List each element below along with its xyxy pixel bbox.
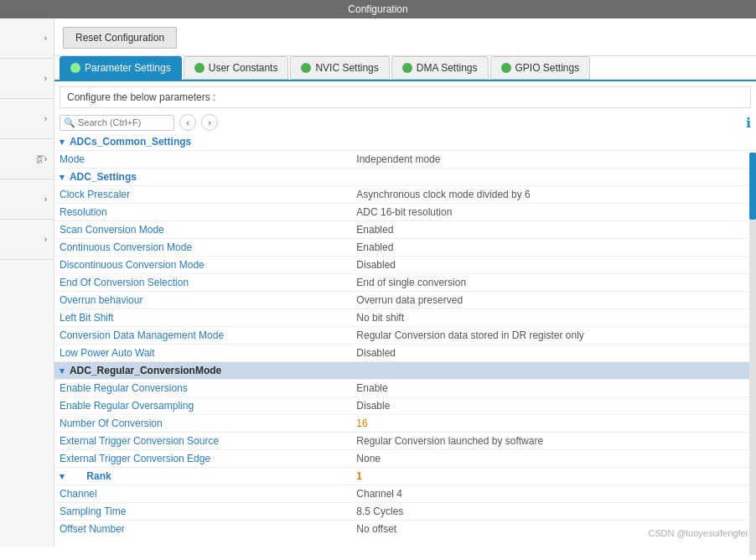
search-box[interactable]: 🔍 [60, 115, 174, 131]
table-row: External Trigger Conversion Source Regul… [54, 433, 756, 450]
tab-icon [402, 63, 412, 73]
tab-label: NVIC Settings [315, 62, 378, 74]
sidebar-item-6[interactable]: › [0, 220, 54, 260]
tab-icon [194, 63, 205, 73]
table-row: Mode Independent mode [54, 151, 756, 169]
param-value: Asynchronous clock mode divided by 6 [351, 186, 756, 204]
rank-value: 1 [351, 468, 756, 485]
scrollbar[interactable] [749, 153, 756, 555]
collapse-icon[interactable]: ▾ [60, 172, 65, 182]
param-name: Low Power Auto Wait [54, 345, 351, 362]
param-value: Regular Conversion data stored in DR reg… [351, 327, 756, 345]
param-value: 8.5 Cycles [351, 503, 756, 521]
params-table: ▾ ADCs_Common_Settings Mode Independent … [54, 133, 756, 536]
collapse-icon[interactable]: ▾ [60, 137, 65, 147]
sidebar-item-5[interactable]: › [0, 179, 54, 220]
param-name: Left Bit Shift [54, 309, 351, 327]
param-name: External Trigger Conversion Edge [54, 450, 351, 468]
chevron-right-icon: › [44, 235, 47, 244]
param-name: Enable Regular Conversions [54, 380, 351, 397]
section-adc-settings[interactable]: ▾ ADC_Settings [54, 169, 756, 186]
param-name: Continuous Conversion Mode [54, 239, 351, 257]
sidebar-item-1[interactable]: › [0, 18, 54, 59]
sidebar-label: ks [35, 155, 44, 163]
table-row: Overrun behaviour Overrun data preserved [54, 292, 756, 309]
tab-active-icon [70, 63, 80, 73]
param-value: Disable [351, 397, 756, 415]
param-name: Clock Prescaler [54, 186, 351, 204]
table-row: Low Power Auto Wait Disabled [54, 345, 756, 362]
param-name: Enable Regular Oversampling [54, 397, 351, 415]
param-value: Disabled [351, 345, 756, 362]
tab-label: Parameter Settings [85, 62, 171, 74]
table-row: End Of Conversion Selection End of singl… [54, 274, 756, 292]
tab-user-constants[interactable]: User Constants [184, 56, 289, 80]
param-name: Sampling Time [54, 503, 351, 521]
param-name: Number Of Conversion [54, 415, 351, 433]
rank-label: Rank [70, 470, 111, 482]
param-value: Channel 4 [351, 485, 756, 503]
chevron-right-icon: › [44, 114, 47, 123]
param-name: External Trigger Conversion Source [54, 433, 351, 450]
sidebar-item-4[interactable]: ks › [0, 139, 54, 179]
info-icon[interactable]: ℹ [746, 115, 751, 131]
param-name: Discontinuous Conversion Mode [54, 257, 351, 274]
section-label: ADC_Settings [70, 171, 137, 183]
tab-nvic-settings[interactable]: NVIC Settings [290, 56, 389, 80]
title-bar: Configuration [0, 0, 756, 18]
collapse-icon[interactable]: ▾ [60, 471, 65, 481]
table-row: Enable Regular Oversampling Disable [54, 397, 756, 415]
sidebar-item-3[interactable]: › [0, 99, 54, 139]
collapse-icon[interactable]: ▾ [60, 366, 65, 376]
configure-label: Configure the below parameters : [60, 86, 751, 108]
table-row: Conversion Data Management Mode Regular … [54, 327, 756, 345]
table-row: Channel Channel 4 [54, 485, 756, 503]
tab-parameter-settings[interactable]: Parameter Settings [60, 56, 182, 80]
param-value: Disabled [351, 257, 756, 274]
tab-label: User Constants [209, 62, 278, 74]
search-input[interactable] [78, 117, 170, 127]
watermark: CSDN @luoyesuifengfei [648, 528, 748, 538]
param-value: 16 [351, 415, 756, 433]
param-value: ADC 16-bit resolution [351, 204, 756, 221]
tab-dma-settings[interactable]: DMA Settings [391, 56, 489, 80]
param-name: Mode [54, 151, 351, 169]
param-name: Overrun behaviour [54, 292, 351, 309]
section-rank1[interactable]: ▾ Rank 1 [54, 468, 756, 485]
watermark-text: CSDN @luoyesuifengfei [648, 528, 748, 538]
table-row: Enable Regular Conversions Enable [54, 380, 756, 397]
param-name: End Of Conversion Selection [54, 274, 351, 292]
tab-gpio-settings[interactable]: GPIO Settings [490, 56, 591, 80]
param-value: Overrun data preserved [351, 292, 756, 309]
table-row: External Trigger Conversion Edge None [54, 450, 756, 468]
table-row: Number Of Conversion 16 [54, 415, 756, 433]
tab-label: GPIO Settings [515, 62, 580, 74]
param-value: No bit shift [351, 309, 756, 327]
table-row: Scan Conversion Mode Enabled [54, 221, 756, 239]
chevron-right-icon: › [44, 154, 47, 163]
scrollbar-thumb[interactable] [749, 153, 756, 220]
table-row: Resolution ADC 16-bit resolution [54, 204, 756, 221]
param-name: Resolution [54, 204, 351, 221]
param-name: Conversion Data Management Mode [54, 327, 351, 345]
section-adc-regular[interactable]: ▾ ADC_Regular_ConversionMode [54, 362, 756, 380]
sidebar-item-2[interactable]: › [0, 59, 54, 99]
title-text: Configuration [348, 3, 407, 15]
chevron-right-icon: › [44, 74, 47, 83]
table-row: Discontinuous Conversion Mode Disabled [54, 257, 756, 274]
next-nav-button[interactable]: › [201, 114, 218, 131]
param-value: Enabled [351, 221, 756, 239]
chevron-right-icon: › [44, 194, 47, 204]
section-adcs-common[interactable]: ▾ ADCs_Common_Settings [54, 133, 756, 151]
prev-nav-button[interactable]: ‹ [179, 114, 196, 131]
table-row: Sampling Time 8.5 Cycles [54, 503, 756, 521]
reset-config-button[interactable]: Reset Configuration [63, 27, 177, 49]
table-row: Continuous Conversion Mode Enabled [54, 239, 756, 257]
configure-label-text: Configure the below parameters : [67, 91, 215, 103]
tab-label: DMA Settings [417, 62, 478, 74]
params-scroll-area: ▾ ADCs_Common_Settings Mode Independent … [54, 133, 756, 536]
tab-icon [301, 63, 311, 73]
left-sidebar: › › › ks › › › [0, 18, 54, 547]
param-name: Channel [54, 485, 351, 503]
table-row: Clock Prescaler Asynchronous clock mode … [54, 186, 756, 204]
